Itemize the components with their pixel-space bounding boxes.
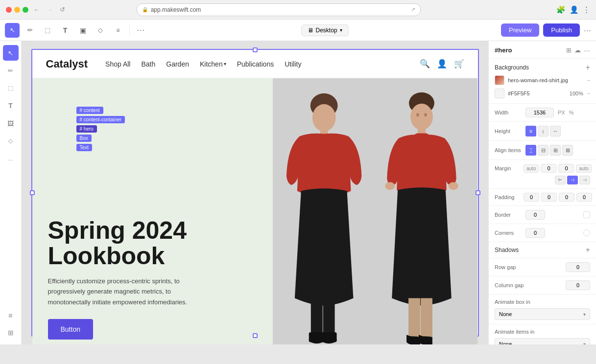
url-text: app.makeswift.com (151, 6, 201, 13)
menu-button[interactable]: ⋮ (583, 5, 590, 14)
sidebar-draw-tool[interactable]: ✏ (3, 63, 19, 78)
panel-more-button[interactable]: ··· (584, 46, 590, 54)
search-button[interactable]: 🔍 (420, 59, 430, 69)
column-gap-input[interactable] (566, 280, 590, 290)
handle-right-center[interactable] (476, 190, 480, 195)
back-button[interactable]: ← (31, 5, 42, 14)
panel-icon1-button[interactable]: ⊞ (566, 46, 572, 54)
border-checkbox-icon (583, 211, 590, 218)
window-controls (6, 7, 28, 13)
padding-left-input[interactable] (576, 193, 592, 202)
select-tool[interactable]: ↖ (5, 23, 20, 38)
height-option2-button[interactable]: ↕ (538, 126, 548, 136)
animate-box-chevron-icon: ▾ (583, 312, 586, 317)
sidebar-select-tool[interactable]: ↖ (3, 45, 19, 61)
extensions-button[interactable]: 🧩 (556, 5, 566, 14)
handle-left-center[interactable] (30, 190, 35, 195)
layers-tool[interactable]: ≡ (111, 23, 125, 38)
panel-header: #hero ⊞ ☁ ··· (489, 41, 596, 59)
align-bottom-button[interactable]: ⊞ (550, 145, 561, 156)
padding-top-input[interactable] (524, 193, 539, 202)
sidebar-components-btn[interactable]: ⊞ (3, 325, 19, 341)
remove-bg-image-button[interactable]: − (587, 77, 590, 84)
height-controls: ≡ ↕ ↔ (525, 126, 561, 136)
height-option3-button[interactable]: ↔ (550, 126, 561, 136)
margin-label: Margin (495, 165, 522, 171)
sidebar-layers-btn[interactable]: ≡ (3, 307, 19, 323)
ctx-label-text[interactable]: Text (76, 144, 92, 151)
add-shadow-button[interactable]: + (586, 246, 590, 254)
maximize-btn[interactable] (23, 7, 28, 13)
browser-chrome: ← → ↺ 🔒 app.makeswift.com ↗ 🧩 👤 ⋮ (0, 0, 596, 20)
reload-button[interactable]: ↺ (58, 5, 67, 14)
border-input[interactable] (525, 210, 545, 220)
animate-items-select[interactable]: None ▾ (495, 338, 590, 344)
align-top-button[interactable]: ⌶ (525, 145, 536, 156)
profile-button[interactable]: 👤 (570, 5, 579, 14)
nav-link-garden[interactable]: Garden (166, 60, 189, 68)
fashion-models-svg (273, 78, 478, 344)
corners-section: Corners (489, 224, 596, 242)
shape-tool[interactable]: ◇ (93, 23, 108, 38)
sidebar-code-tool[interactable]: ... (3, 151, 19, 166)
width-unit: PX (558, 110, 565, 115)
shadows-label: Shadows (495, 247, 519, 253)
ctx-label-content[interactable]: # content (76, 107, 103, 114)
nav-link-publications[interactable]: Publications (237, 60, 274, 68)
more-options-button[interactable]: ··· (584, 26, 591, 35)
hero-left: # content # content-container # hero Box… (32, 78, 273, 344)
sidebar-text-tool[interactable]: T (3, 98, 19, 114)
draw-tool[interactable]: ✏ (23, 23, 37, 38)
image-tool[interactable]: ▣ (75, 23, 90, 38)
width-input[interactable] (525, 108, 554, 117)
panel-icon2-button[interactable]: ☁ (574, 46, 581, 54)
forward-button[interactable]: → (45, 5, 55, 14)
ctx-label-hero[interactable]: # hero (76, 125, 97, 133)
align-stretch-button[interactable]: ⊠ (562, 145, 573, 156)
sidebar-image-tool[interactable]: 🖼 (3, 115, 19, 131)
width-section: Width PX % (489, 104, 596, 122)
hero-button[interactable]: Button (48, 319, 93, 340)
padding-bottom-input[interactable] (559, 193, 574, 202)
handle-top-center[interactable] (253, 47, 258, 52)
cart-button[interactable]: 🛒 (454, 59, 464, 69)
nav-link-kitchen[interactable]: Kitchen ▾ (200, 60, 226, 68)
sidebar-shape-tool[interactable]: ◇ (3, 133, 19, 149)
margin-top-input[interactable] (541, 164, 556, 173)
share-icon: ↗ (411, 6, 415, 13)
site-logo[interactable]: Catalyst (46, 58, 88, 70)
align-center-button[interactable]: ⊟ (538, 145, 548, 156)
nav-link-shop-all[interactable]: Shop All (105, 60, 130, 68)
margin-align-right-button[interactable]: ⊣ (579, 176, 590, 184)
device-selector[interactable]: 🖥 Desktop ▾ (301, 24, 349, 36)
width-percentage-button[interactable]: % (569, 110, 574, 115)
row-gap-input[interactable] (566, 262, 590, 272)
animate-box-select[interactable]: None ▾ (495, 308, 590, 320)
text-tool[interactable]: T (58, 23, 72, 38)
nav-link-bath[interactable]: Bath (141, 60, 155, 68)
crop-tool[interactable]: ⬚ (40, 23, 55, 38)
margin-right-input[interactable] (558, 164, 574, 173)
ctx-label-box[interactable]: Box (76, 135, 92, 142)
nav-link-utility[interactable]: Utility (285, 60, 301, 68)
panel-title: #hero (495, 46, 563, 54)
height-option1-button[interactable]: ≡ (525, 126, 536, 136)
corners-input[interactable] (525, 228, 545, 238)
bg-color-swatch[interactable] (495, 89, 504, 98)
account-button[interactable]: 👤 (437, 59, 447, 69)
margin-align-center-button[interactable]: ⊣ (567, 176, 578, 184)
more-tools[interactable]: ··· (134, 23, 148, 38)
preview-button[interactable]: Preview (501, 23, 539, 37)
padding-right-input[interactable] (541, 193, 557, 202)
add-background-button[interactable]: + (586, 64, 590, 71)
remove-bg-color-button[interactable]: − (587, 90, 590, 97)
close-btn[interactable] (6, 7, 12, 13)
handle-bottom-center[interactable] (253, 333, 258, 338)
minimize-btn[interactable] (14, 7, 20, 13)
publish-button[interactable]: Publish (543, 23, 580, 37)
sidebar-frame-tool[interactable]: ⬚ (3, 80, 19, 96)
address-bar[interactable]: 🔒 app.makeswift.com ↗ (137, 3, 421, 16)
margin-align-left-button[interactable]: ⊢ (555, 176, 566, 184)
ctx-label-content-container[interactable]: # content-container (76, 116, 125, 123)
website-preview: Catalyst Shop All Bath Garden Kitchen ▾ … (31, 49, 479, 337)
